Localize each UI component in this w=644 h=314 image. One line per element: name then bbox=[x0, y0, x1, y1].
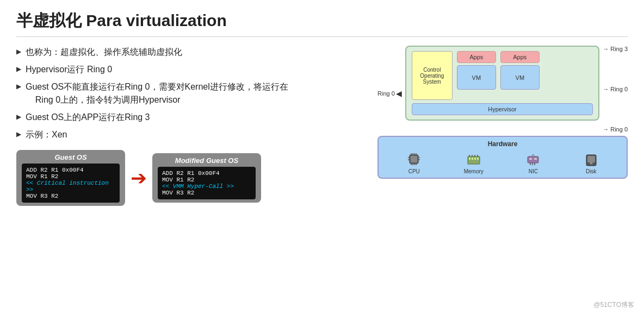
main-virt-box: ControlOperatingSystem Apps VM bbox=[405, 46, 599, 121]
slide-title: 半虚拟化 Para virtualization bbox=[16, 10, 628, 37]
disk-label: Disk bbox=[586, 168, 596, 174]
bullet-4: ▶ Guest OS上的APP运行在Ring 3 bbox=[16, 111, 372, 124]
cpu-icon bbox=[406, 152, 422, 167]
guest-line-4: MOV R3 R2 bbox=[26, 193, 115, 199]
hypervisor-label: Hypervisor bbox=[488, 106, 517, 112]
svg-rect-18 bbox=[477, 158, 479, 160]
modified-guest-os-box: Modified Guest OS ADD R2 R1 0x00F4 MOV R… bbox=[152, 153, 261, 203]
ring0-right-label-bottom: → Ring 0 bbox=[603, 126, 628, 133]
bullet-arrow-5: ▶ bbox=[16, 129, 21, 139]
vm-box-1: VM bbox=[457, 65, 496, 90]
disk-icon bbox=[583, 152, 599, 167]
left-arrow-symbol: ◀ bbox=[396, 89, 402, 98]
hw-memory: Memory bbox=[464, 152, 484, 174]
hw-inner: Hardware bbox=[385, 140, 620, 174]
bullet-3: ▶ Guest OS不能直接运行在Ring 0，需要对Kernel进行修改，将运… bbox=[16, 80, 372, 106]
svg-rect-17 bbox=[474, 158, 476, 160]
bullet-arrow-1: ▶ bbox=[16, 47, 21, 56]
bullet-text-5: 示例：Xen bbox=[26, 128, 67, 141]
ring0-text-top: Ring 0 bbox=[610, 86, 628, 92]
svg-rect-15 bbox=[469, 158, 470, 160]
content-area: ▶ 也称为：超虚拟化、操作系统辅助虚拟化 ▶ Hypervisor运行 Ring… bbox=[16, 46, 628, 206]
modified-line-2: MOV R1 R2 bbox=[162, 177, 251, 183]
svg-rect-23 bbox=[528, 156, 538, 163]
hw-icons-row: CPU bbox=[385, 152, 620, 174]
ring3-text: Ring 3 bbox=[610, 46, 628, 52]
hw-disk: Disk bbox=[583, 152, 599, 174]
left-content: ▶ 也称为：超虚拟化、操作系统辅助虚拟化 ▶ Hypervisor运行 Ring… bbox=[16, 46, 372, 206]
control-os-label: ControlOperatingSystem bbox=[420, 67, 444, 85]
svg-rect-16 bbox=[472, 158, 473, 160]
bullet-text-4: Guest OS上的APP运行在Ring 3 bbox=[26, 111, 150, 124]
slide: 半虚拟化 Para virtualization ▶ 也称为：超虚拟化、操作系统… bbox=[0, 0, 644, 314]
svg-point-34 bbox=[591, 162, 592, 164]
vm-label-2: VM bbox=[516, 74, 525, 81]
arrow-ring0-top: → bbox=[603, 86, 609, 92]
hardware-box: Hardware bbox=[377, 136, 628, 179]
memory-icon bbox=[466, 152, 482, 167]
bullet-2: ▶ Hypervisor运行 Ring 0 bbox=[16, 63, 372, 76]
bullet-arrow-2: ▶ bbox=[16, 64, 21, 74]
hardware-title: Hardware bbox=[385, 140, 620, 148]
virt-diagram-row: Ring 0 ◀ ControlOperatingSystem Apps bbox=[377, 46, 628, 133]
vm1-column: Apps VM bbox=[457, 51, 496, 90]
svg-rect-25 bbox=[534, 158, 537, 160]
svg-rect-24 bbox=[529, 158, 532, 160]
right-ring-labels: → Ring 3 → Ring 0 → Ring 0 bbox=[603, 46, 628, 133]
cpu-label: CPU bbox=[408, 168, 420, 174]
bullet-text-1: 也称为：超虚拟化、操作系统辅助虚拟化 bbox=[26, 46, 182, 59]
vm2-column: Apps VM bbox=[500, 51, 540, 90]
vm-box-2: VM bbox=[500, 65, 540, 90]
modified-line-4: MOV R3 R2 bbox=[162, 190, 251, 196]
nic-icon bbox=[525, 152, 541, 167]
bullet-text-2: Hypervisor运行 Ring 0 bbox=[26, 63, 112, 76]
ring0-text-bottom: Ring 0 bbox=[610, 126, 628, 133]
vm-label-1: VM bbox=[472, 74, 481, 81]
hypervisor-bar: Hypervisor bbox=[412, 103, 593, 115]
guest-os-code: ADD R2 R1 0x00F4 MOV R1 R2 << Critical i… bbox=[22, 164, 120, 203]
apps-box-2: Apps bbox=[500, 51, 540, 63]
modified-os-code: ADD R2 R1 0x00F4 MOV R1 R2 << VMM Hyper-… bbox=[158, 167, 256, 199]
apps-box-1: Apps bbox=[457, 51, 496, 63]
modified-line-3: << VMM Hyper-Call >> bbox=[162, 183, 251, 190]
guest-os-title: Guest OS bbox=[22, 153, 120, 161]
memory-label: Memory bbox=[464, 168, 484, 174]
transform-arrow: ➔ bbox=[131, 167, 147, 190]
hw-nic: NIC bbox=[525, 152, 541, 174]
ring3-right-label: → Ring 3 bbox=[603, 46, 628, 52]
guest-line-2: MOV R1 R2 bbox=[26, 173, 115, 180]
bullet-arrow-4: ▶ bbox=[16, 112, 21, 122]
nic-label: NIC bbox=[529, 168, 538, 174]
ring0-left-text: Ring 0 bbox=[377, 90, 395, 97]
svg-rect-32 bbox=[587, 156, 595, 162]
arrow-ring0-bottom: → bbox=[603, 126, 609, 133]
bullet-5: ▶ 示例：Xen bbox=[16, 128, 372, 141]
guest-line-1: ADD R2 R1 0x00F4 bbox=[26, 167, 115, 173]
ring0-left-label: Ring 0 ◀ bbox=[377, 89, 402, 98]
diagram-area: Ring 0 ◀ ControlOperatingSystem Apps bbox=[377, 46, 628, 206]
bullet-arrow-3: ▶ bbox=[16, 81, 21, 91]
bullet-1: ▶ 也称为：超虚拟化、操作系统辅助虚拟化 bbox=[16, 46, 372, 59]
ring0-right-label-top: → Ring 0 bbox=[603, 86, 628, 92]
svg-line-26 bbox=[531, 154, 533, 156]
hw-cpu: CPU bbox=[406, 152, 422, 174]
svg-line-27 bbox=[533, 154, 535, 156]
watermark: @51CTO博客 bbox=[593, 300, 634, 310]
guest-line-3: << Critical instruction >> bbox=[26, 180, 115, 193]
apps-label-1: Apps bbox=[469, 54, 483, 60]
vm-top-row: ControlOperatingSystem Apps VM bbox=[412, 51, 593, 100]
apps-label-2: Apps bbox=[513, 54, 527, 60]
guest-os-box: Guest OS ADD R2 R1 0x00F4 MOV R1 R2 << C… bbox=[16, 150, 125, 206]
bullet-list: ▶ 也称为：超虚拟化、操作系统辅助虚拟化 ▶ Hypervisor运行 Ring… bbox=[16, 46, 372, 141]
modified-guest-os-title: Modified Guest OS bbox=[158, 156, 256, 165]
arrow-ring3: → bbox=[603, 46, 609, 52]
control-os-box: ControlOperatingSystem bbox=[412, 51, 453, 100]
modified-line-1: ADD R2 R1 0x00F4 bbox=[162, 170, 251, 177]
svg-rect-1 bbox=[411, 156, 417, 162]
code-area: Guest OS ADD R2 R1 0x00F4 MOV R1 R2 << C… bbox=[16, 150, 372, 206]
bullet-text-3: Guest OS不能直接运行在Ring 0，需要对Kernel进行修改，将运行在… bbox=[26, 80, 288, 106]
